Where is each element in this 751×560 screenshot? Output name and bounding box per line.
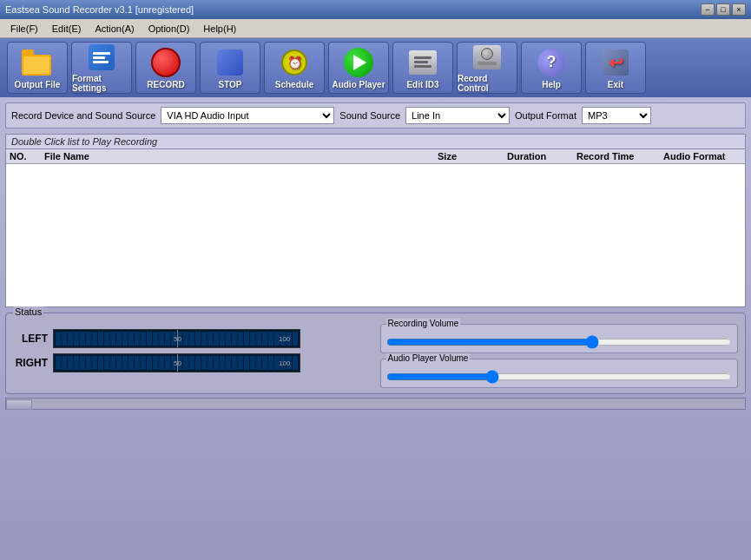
recording-volume-slider-row — [386, 332, 733, 349]
help-button[interactable]: ? Help — [521, 42, 582, 94]
scroll-bar[interactable] — [5, 398, 746, 410]
audio-player-button[interactable]: Audio Player — [328, 42, 389, 94]
record-icon — [150, 47, 181, 78]
title-bar: Eastsea Sound Recorder v3.1 [unregistere… — [0, 0, 751, 19]
format-settings-button[interactable]: Format Settings — [71, 42, 132, 94]
stop-icon — [214, 47, 246, 78]
edit-id3-icon — [407, 47, 438, 78]
col-recordtime: Record Time — [576, 151, 663, 161]
output-file-button[interactable]: Output File — [7, 42, 68, 94]
recording-volume-label: Recording Volume — [386, 319, 461, 328]
col-audioformat: Audio Format — [663, 151, 741, 161]
recording-volume-slider[interactable] — [386, 335, 733, 349]
vu-meters: LEFT 50 100 RIGHT 50 — [13, 329, 372, 372]
schedule-icon: ⏰ — [279, 47, 310, 78]
sound-source-select[interactable]: Line In — [405, 107, 510, 124]
record-control-icon — [471, 43, 503, 72]
help-label: Help — [542, 80, 561, 89]
vu-left-marker: 50 — [177, 330, 178, 347]
audio-player-icon — [343, 47, 374, 78]
col-duration: Duration — [507, 151, 576, 161]
device-row: Record Device and Sound Source VIA HD Au… — [5, 102, 746, 128]
recording-volume-group: Recording Volume — [380, 324, 739, 353]
output-format-label: Output Format — [515, 110, 576, 121]
vu-right-marker: 50 — [177, 354, 178, 372]
menu-help[interactable]: Help(H) — [196, 22, 243, 36]
audio-player-label: Audio Player — [332, 80, 385, 89]
status-panel-title: Status — [13, 306, 43, 317]
record-control-label: Record Control — [458, 74, 517, 93]
menu-action[interactable]: Action(A) — [88, 22, 141, 36]
record-button[interactable]: RECORD — [135, 42, 196, 94]
audio-player-volume-slider-row — [386, 366, 733, 384]
vu-right-row: RIGHT 50 100 — [13, 353, 372, 372]
output-file-label: Output File — [15, 80, 61, 89]
record-device-select[interactable]: VIA HD Audio Input — [161, 107, 334, 124]
output-format-select[interactable]: MP3 WAV OGG — [582, 107, 651, 124]
schedule-label: Schedule — [275, 80, 313, 89]
scroll-thumb[interactable] — [6, 399, 32, 410]
list-body[interactable] — [6, 164, 745, 299]
toolbar: Output File Format Settings RECORD STOP — [0, 38, 751, 97]
exit-button[interactable]: ↩ Exit — [585, 42, 646, 94]
help-icon: ? — [536, 47, 567, 78]
audio-player-volume-group: Audio Player Volume — [380, 359, 739, 388]
stop-button[interactable]: STOP — [200, 42, 260, 94]
schedule-button[interactable]: ⏰ Schedule — [264, 42, 325, 94]
vu-left-row: LEFT 50 100 — [13, 329, 372, 348]
format-settings-label: Format Settings — [72, 74, 131, 93]
sound-source-label: Sound Source — [339, 110, 400, 121]
vu-left-label: LEFT — [13, 333, 48, 345]
format-settings-icon — [86, 43, 117, 72]
record-label: RECORD — [147, 80, 184, 89]
audio-player-volume-label: Audio Player Volume — [386, 353, 471, 363]
edit-id3-label: Edit ID3 — [406, 80, 438, 89]
col-size: Size — [438, 151, 507, 161]
window-controls: − □ × — [701, 3, 746, 16]
edit-id3-button[interactable]: Edit ID3 — [392, 42, 453, 94]
main-area: Record Device and Sound Source VIA HD Au… — [0, 97, 751, 560]
record-device-label: Record Device and Sound Source — [11, 110, 155, 121]
recording-list: Double Click list to Play Recording NO. … — [5, 134, 746, 307]
menu-file[interactable]: File(F) — [3, 22, 45, 36]
vu-left-bar: 50 100 — [53, 329, 300, 348]
close-button[interactable]: × — [732, 3, 746, 16]
menu-bar: File(F) Edit(E) Action(A) Option(D) Help… — [0, 19, 751, 38]
list-header-label: Double Click list to Play Recording — [6, 135, 745, 149]
exit-label: Exit — [608, 80, 623, 89]
menu-option[interactable]: Option(D) — [142, 22, 197, 36]
status-panel: Status LEFT 50 100 RIGHT — [5, 313, 746, 394]
volume-controls: Recording Volume Audio Player Volume — [380, 324, 739, 388]
maximize-button[interactable]: □ — [716, 3, 730, 16]
minimize-button[interactable]: − — [701, 3, 715, 16]
col-filename: File Name — [44, 151, 438, 161]
menu-edit[interactable]: Edit(E) — [45, 22, 89, 36]
vu-right-label: RIGHT — [13, 357, 48, 369]
output-file-icon — [22, 47, 53, 78]
audio-player-volume-slider[interactable] — [386, 370, 733, 384]
title-text: Eastsea Sound Recorder v3.1 [unregistere… — [5, 4, 194, 15]
list-columns: NO. File Name Size Duration Record Time … — [6, 149, 745, 164]
stop-label: STOP — [218, 80, 241, 89]
col-no: NO. — [10, 151, 44, 161]
vu-right-bar: 50 100 — [53, 353, 300, 372]
exit-icon: ↩ — [600, 47, 631, 78]
record-control-button[interactable]: Record Control — [457, 42, 517, 94]
